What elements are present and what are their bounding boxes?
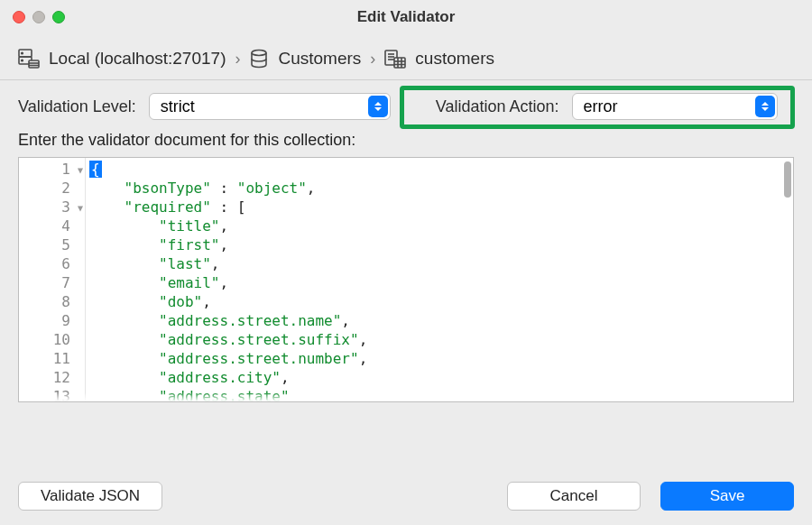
window-title: Edit Validator	[0, 8, 812, 26]
validation-level-value: strict	[161, 97, 195, 116]
fold-toggle-icon[interactable]: ▼	[78, 198, 83, 217]
validation-action-label: Validation Action:	[436, 97, 559, 116]
footer: Validate JSON Cancel Save	[18, 482, 794, 511]
svg-rect-4	[29, 60, 39, 68]
breadcrumb-connection[interactable]: Local (localhost:27017)	[49, 49, 226, 69]
select-stepper-icon	[755, 96, 775, 117]
code-text: "bsonType"	[125, 180, 211, 197]
code-text: "title"	[159, 217, 219, 235]
validation-level-select[interactable]: strict	[149, 93, 391, 120]
code-text: "address.city"	[159, 369, 281, 386]
code-text: "required"	[125, 198, 211, 216]
code-text: "address.street.name"	[159, 312, 341, 329]
validation-level-label: Validation Level:	[18, 97, 136, 116]
code-area[interactable]: { "bsonType" : "object", "required" : [ …	[86, 158, 786, 401]
svg-point-2	[22, 52, 23, 54]
cancel-label: Cancel	[550, 487, 598, 505]
validation-action-select[interactable]: error	[572, 93, 778, 120]
svg-point-7	[252, 51, 266, 56]
breadcrumb: Local (localhost:27017) › Customers ›	[0, 34, 812, 80]
code-text: "email"	[159, 274, 219, 291]
validation-controls: Validation Level: strict Validation Acti…	[0, 80, 812, 124]
select-stepper-icon	[368, 96, 388, 117]
server-icon	[18, 49, 40, 69]
code-text: "dob"	[159, 293, 202, 310]
code-text: "address.street.suffix"	[159, 331, 359, 348]
code-text: "first"	[159, 236, 219, 253]
fold-toggle-icon[interactable]: ▼	[78, 161, 83, 180]
titlebar: Edit Validator	[0, 0, 812, 34]
scrollbar-thumb[interactable]	[784, 161, 791, 198]
save-label: Save	[710, 487, 745, 505]
cancel-button[interactable]: Cancel	[507, 482, 641, 511]
code-text: "object"	[237, 180, 307, 197]
svg-point-3	[22, 60, 23, 61]
chevron-right-icon: ›	[235, 50, 240, 69]
validation-action-value: error	[584, 97, 618, 116]
editor-instruction: Enter the validator document for this co…	[0, 124, 812, 157]
database-icon	[249, 49, 269, 69]
code-text: {	[89, 161, 102, 178]
validate-json-label: Validate JSON	[41, 487, 140, 505]
fade-overlay	[19, 392, 793, 401]
validate-json-button[interactable]: Validate JSON	[18, 482, 162, 511]
save-button[interactable]: Save	[660, 482, 794, 511]
validator-editor[interactable]: 123456 78910111213 ▼ ▼ { "bsonType" : "o…	[18, 157, 794, 402]
svg-rect-12	[394, 58, 405, 68]
code-text: "last"	[159, 255, 211, 272]
collection-icon	[384, 49, 406, 69]
line-number-gutter: 123456 78910111213 ▼ ▼	[19, 158, 86, 401]
code-text: "address.street.number"	[159, 350, 359, 367]
breadcrumb-database[interactable]: Customers	[278, 49, 361, 69]
chevron-right-icon: ›	[370, 50, 375, 69]
breadcrumb-collection[interactable]: customers	[415, 49, 494, 69]
edit-validator-window: Edit Validator Local (localhost:27017) ›…	[0, 0, 812, 525]
